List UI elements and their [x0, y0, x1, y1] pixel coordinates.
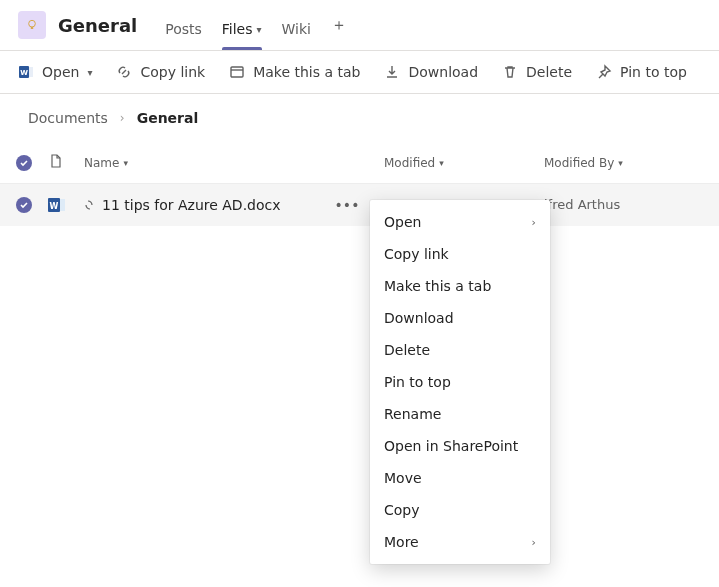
channel-header: General Posts Files ▾ Wiki ＋ [0, 0, 719, 50]
menu-label: Open in SharePoint [384, 438, 518, 454]
col-label: Modified [384, 156, 435, 170]
checkmark-icon [16, 197, 32, 213]
svg-text:W: W [20, 69, 28, 77]
cmd-pin[interactable]: Pin to top [596, 51, 687, 93]
sync-icon [84, 200, 94, 210]
link-icon [116, 64, 132, 80]
menu-delete[interactable]: Delete [370, 334, 550, 366]
channel-name: General [58, 15, 137, 36]
tab-label: Files [222, 21, 253, 37]
cmd-label: Copy link [140, 64, 205, 80]
svg-rect-9 [60, 199, 65, 211]
menu-label: Rename [384, 406, 441, 422]
col-label: Modified By [544, 156, 614, 170]
chevron-down-icon: ▾ [87, 67, 92, 78]
cmd-label: Make this a tab [253, 64, 360, 80]
menu-copy-link[interactable]: Copy link [370, 238, 550, 270]
cmd-label: Download [408, 64, 478, 80]
checkmark-icon [16, 155, 32, 171]
menu-label: Copy [384, 502, 420, 518]
tab-label: Posts [165, 21, 202, 37]
chevron-right-icon: › [532, 536, 536, 549]
context-menu: Open › Copy link Make this a tab Downloa… [370, 200, 550, 564]
cmd-label: Pin to top [620, 64, 687, 80]
chevron-right-icon: › [532, 216, 536, 229]
plus-icon: ＋ [331, 15, 347, 36]
cmd-make-tab[interactable]: Make this a tab [229, 51, 360, 93]
col-name[interactable]: Name ▾ [84, 156, 384, 170]
chevron-down-icon: ▾ [618, 158, 623, 168]
row-select[interactable] [0, 197, 48, 213]
tab-icon [229, 64, 245, 80]
svg-point-0 [29, 20, 36, 27]
breadcrumb-current: General [137, 110, 199, 126]
team-avatar [18, 11, 46, 39]
menu-label: Open [384, 214, 421, 230]
cmd-copy-link[interactable]: Copy link [116, 51, 205, 93]
cmd-open[interactable]: W Open ▾ [18, 51, 92, 93]
command-bar: W Open ▾ Copy link Make this a tab Downl… [0, 50, 719, 94]
menu-open-sharepoint[interactable]: Open in SharePoint [370, 430, 550, 462]
menu-rename[interactable]: Rename [370, 398, 550, 430]
svg-text:W: W [50, 202, 59, 211]
trash-icon [502, 64, 518, 80]
tab-wiki[interactable]: Wiki [272, 0, 321, 50]
chevron-down-icon: ▾ [257, 24, 262, 35]
cmd-label: Delete [526, 64, 572, 80]
ellipsis-icon: ••• [335, 197, 360, 213]
row-more-button[interactable]: ••• [335, 184, 359, 225]
tab-label: Wiki [282, 21, 311, 37]
breadcrumb-root[interactable]: Documents [28, 110, 108, 126]
tabs-row: Posts Files ▾ Wiki ＋ [155, 0, 353, 50]
menu-open[interactable]: Open › [370, 206, 550, 238]
svg-rect-4 [29, 67, 33, 77]
menu-label: More [384, 534, 419, 550]
menu-move[interactable]: Move [370, 462, 550, 494]
files-table: Name ▾ Modified ▾ Modified By ▾ W 11 tip… [0, 142, 719, 226]
chevron-right-icon: › [120, 111, 125, 125]
table-header: Name ▾ Modified ▾ Modified By ▾ [0, 142, 719, 184]
file-type-header[interactable] [48, 153, 84, 172]
breadcrumb: Documents › General [0, 94, 719, 142]
menu-label: Make this a tab [384, 278, 491, 294]
file-icon-cell: W [48, 196, 84, 214]
chevron-down-icon: ▾ [439, 158, 444, 168]
chevron-down-icon: ▾ [123, 158, 128, 168]
word-icon: W [18, 64, 34, 80]
word-doc-icon: W [48, 196, 66, 214]
col-label: Name [84, 156, 119, 170]
menu-make-tab[interactable]: Make this a tab [370, 270, 550, 302]
lightbulb-icon [24, 17, 40, 33]
menu-label: Pin to top [384, 374, 451, 390]
download-icon [384, 64, 400, 80]
svg-rect-1 [31, 27, 34, 29]
tab-posts[interactable]: Posts [155, 0, 212, 50]
modified-by-cell: lfred Arthus [544, 197, 704, 212]
menu-label: Copy link [384, 246, 449, 262]
menu-pin[interactable]: Pin to top [370, 366, 550, 398]
menu-label: Delete [384, 342, 430, 358]
menu-label: Download [384, 310, 454, 326]
cmd-delete[interactable]: Delete [502, 51, 572, 93]
svg-rect-5 [231, 67, 243, 77]
tab-files[interactable]: Files ▾ [212, 0, 272, 50]
cmd-download[interactable]: Download [384, 51, 478, 93]
cmd-label: Open [42, 64, 79, 80]
select-all-cell[interactable] [0, 155, 48, 171]
menu-more[interactable]: More › [370, 526, 550, 558]
menu-copy[interactable]: Copy [370, 494, 550, 526]
menu-label: Move [384, 470, 422, 486]
add-tab-button[interactable]: ＋ [325, 11, 353, 39]
col-modified-by[interactable]: Modified By ▾ [544, 156, 704, 170]
table-row[interactable]: W 11 tips for Azure AD.docx lfred Arthus… [0, 184, 719, 226]
col-modified[interactable]: Modified ▾ [384, 156, 544, 170]
file-name[interactable]: 11 tips for Azure AD.docx [102, 197, 281, 213]
menu-download[interactable]: Download [370, 302, 550, 334]
pin-icon [596, 64, 612, 80]
